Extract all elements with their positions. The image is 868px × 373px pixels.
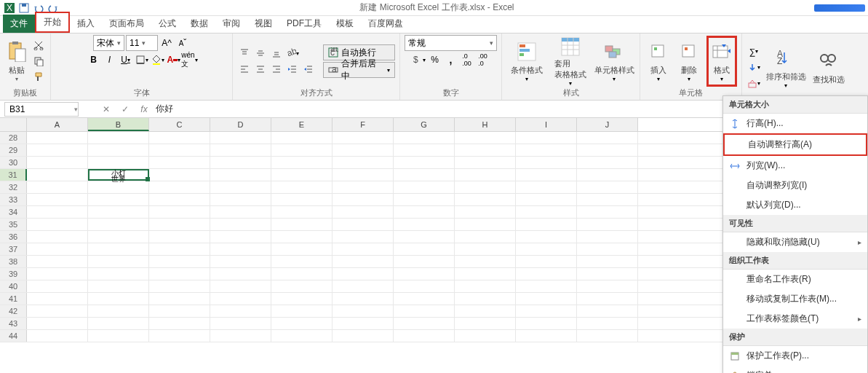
cell[interactable] [27, 330, 88, 342]
cell[interactable] [149, 132, 210, 144]
cell[interactable] [88, 243, 149, 255]
column-header[interactable]: F [333, 118, 394, 131]
cell[interactable] [455, 206, 516, 218]
cell[interactable] [333, 219, 394, 230]
cell[interactable] [577, 181, 638, 193]
cell[interactable] [149, 280, 210, 292]
cell[interactable] [210, 219, 271, 230]
cell[interactable] [394, 144, 455, 156]
fill-color-button[interactable]: ▾ [151, 52, 165, 67]
cell[interactable] [271, 268, 333, 280]
cell[interactable] [271, 256, 333, 267]
cell[interactable] [455, 194, 516, 205]
cell[interactable] [577, 330, 638, 342]
cell[interactable] [333, 318, 394, 329]
cell[interactable] [394, 330, 455, 342]
percent-icon[interactable]: % [428, 52, 442, 67]
cell[interactable] [455, 169, 516, 181]
align-bottom-icon[interactable] [269, 46, 284, 60]
cell[interactable] [394, 194, 455, 205]
column-header[interactable]: G [394, 118, 455, 131]
cell[interactable] [88, 280, 149, 292]
tab-insert[interactable]: 插入 [70, 15, 102, 33]
font-size-combo[interactable]: 11▾ [126, 35, 158, 51]
cell[interactable] [577, 318, 638, 329]
column-header[interactable]: B [88, 118, 149, 131]
cell[interactable] [516, 243, 577, 255]
cell[interactable] [516, 280, 577, 292]
dd-autofit-row[interactable]: 自动调整行高(A) [723, 133, 867, 156]
cell[interactable] [210, 132, 271, 144]
font-color-button[interactable]: A▾ [167, 52, 181, 67]
cell[interactable] [88, 305, 149, 317]
cell[interactable] [333, 280, 394, 292]
align-center-icon[interactable] [253, 62, 268, 76]
name-box[interactable]: B31▾ [4, 102, 79, 117]
cell[interactable] [88, 206, 149, 218]
insert-button[interactable]: 插入▾ [645, 36, 672, 87]
cell[interactable] [149, 144, 210, 156]
cell[interactable] [271, 132, 333, 144]
cell[interactable] [149, 157, 210, 168]
tab-formulas[interactable]: 公式 [151, 15, 183, 33]
tab-review[interactable]: 审阅 [215, 15, 247, 33]
cell[interactable] [27, 268, 88, 280]
clear-button[interactable]: ▾ [746, 76, 761, 91]
align-middle-icon[interactable] [253, 46, 268, 60]
cell[interactable] [210, 293, 271, 305]
cell[interactable] [149, 194, 210, 205]
cell[interactable] [333, 231, 394, 243]
cell[interactable] [27, 144, 88, 156]
cell[interactable] [27, 293, 88, 305]
cell[interactable] [394, 169, 455, 181]
cell[interactable] [27, 219, 88, 230]
fill-button[interactable]: ▾ [746, 60, 761, 75]
column-header[interactable]: E [271, 118, 333, 131]
cell[interactable] [516, 318, 577, 329]
cell[interactable] [577, 157, 638, 168]
cell[interactable] [577, 293, 638, 305]
cell[interactable] [394, 219, 455, 230]
format-button[interactable]: 格式▾ [706, 36, 737, 87]
decrease-font-icon[interactable]: Aˇ [175, 36, 190, 50]
tab-page-layout[interactable]: 页面布局 [102, 15, 151, 33]
cell[interactable] [210, 194, 271, 205]
cell[interactable] [516, 157, 577, 168]
decrease-indent-icon[interactable] [285, 62, 300, 76]
cell[interactable]: 小灯 世界 [88, 169, 149, 181]
conditional-format-button[interactable]: 条件格式▾ [506, 36, 547, 87]
cell[interactable] [271, 144, 333, 156]
row-header[interactable]: 28 [0, 132, 27, 144]
cell[interactable] [516, 206, 577, 218]
column-header[interactable]: C [149, 118, 210, 131]
cell[interactable] [516, 194, 577, 205]
cell[interactable] [88, 144, 149, 156]
dd-rename-sheet[interactable]: 重命名工作表(R) [723, 270, 867, 289]
tab-template[interactable]: 模板 [329, 15, 361, 33]
find-select-button[interactable]: 查找和选 [811, 42, 847, 93]
tab-pdf[interactable]: PDF工具 [279, 15, 329, 33]
align-left-icon[interactable] [237, 62, 252, 76]
cell[interactable] [149, 268, 210, 280]
align-top-icon[interactable] [237, 46, 252, 60]
cell[interactable] [577, 206, 638, 218]
cell[interactable] [577, 256, 638, 267]
cell[interactable] [88, 132, 149, 144]
orientation-icon[interactable]: ab▾ [285, 46, 300, 60]
cell[interactable] [516, 181, 577, 193]
cell[interactable] [333, 206, 394, 218]
cell[interactable] [149, 318, 210, 329]
cell[interactable] [455, 181, 516, 193]
row-header[interactable]: 41 [0, 293, 27, 305]
format-table-button[interactable]: 套用 表格格式▾ [550, 36, 591, 87]
cell[interactable] [333, 169, 394, 181]
row-header[interactable]: 32 [0, 181, 27, 193]
cell-styles-button[interactable]: 单元格样式▾ [594, 36, 634, 87]
tab-data[interactable]: 数据 [183, 15, 215, 33]
column-header[interactable]: H [455, 118, 516, 131]
cell[interactable] [333, 293, 394, 305]
cell[interactable] [88, 318, 149, 329]
cell[interactable] [210, 330, 271, 342]
cell[interactable] [394, 132, 455, 144]
column-header[interactable]: A [27, 118, 88, 131]
